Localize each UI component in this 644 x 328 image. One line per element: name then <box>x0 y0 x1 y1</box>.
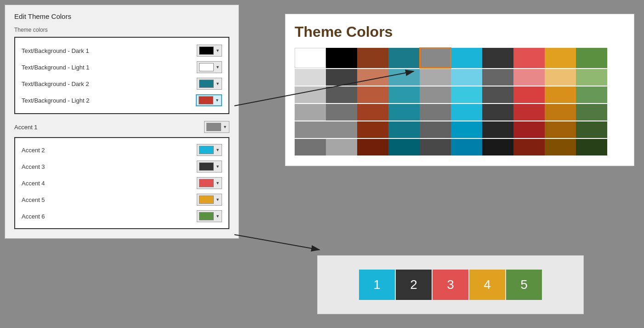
accent-dropdown-arrow-3: ▼ <box>216 197 220 202</box>
shade-cell-4-7[interactable] <box>513 139 545 155</box>
accent-picker-btn-4[interactable]: ▼ <box>197 210 222 222</box>
shade-cell-4-1[interactable] <box>326 139 357 155</box>
shade-cell-3-5[interactable] <box>451 121 482 138</box>
shade-cell-0-8[interactable] <box>545 69 576 86</box>
shade-cell-4-3[interactable] <box>388 139 420 155</box>
top-color-cell-7[interactable] <box>513 48 545 68</box>
accent1-swatch <box>206 123 221 131</box>
top-color-cell-2[interactable] <box>357 48 388 68</box>
shade-cell-1-5[interactable] <box>451 86 482 103</box>
theme-row-2: Text/Background - Dark 2▼ <box>22 75 222 92</box>
shade-cell-4-8[interactable] <box>545 139 576 155</box>
shade-cell-1-3[interactable] <box>388 86 420 103</box>
color-picker-btn-2[interactable]: ▼ <box>197 78 222 90</box>
shade-cell-4-9[interactable] <box>576 139 607 155</box>
shade-cell-3-3[interactable] <box>388 121 420 138</box>
top-color-cell-8[interactable] <box>545 48 576 68</box>
accent-picker-btn-0[interactable]: ▼ <box>197 144 222 156</box>
shade-cell-3-2[interactable] <box>357 121 388 138</box>
accent-label-4: Accent 6 <box>22 213 114 220</box>
shade-cell-2-8[interactable] <box>545 104 576 121</box>
accent-label-2: Accent 4 <box>22 180 114 187</box>
accent-swatch-0 <box>199 146 214 154</box>
top-color-cell-0[interactable] <box>295 48 326 68</box>
shade-cell-2-9[interactable] <box>576 104 607 121</box>
edit-theme-colors-panel: Edit Theme Colors Theme colors Text/Back… <box>5 5 239 239</box>
accent-dropdown-arrow-1: ▼ <box>216 164 220 169</box>
top-color-cell-3[interactable] <box>388 48 420 68</box>
accent-preview-item-1: 2 <box>396 270 432 300</box>
shade-cell-1-8[interactable] <box>545 86 576 103</box>
shade-cell-2-0[interactable] <box>295 104 326 121</box>
accent1-picker-btn[interactable]: ▼ <box>204 121 229 133</box>
dropdown-arrow-1: ▼ <box>216 65 220 69</box>
shade-cell-0-5[interactable] <box>451 69 482 86</box>
accent-box: Accent 2▼Accent 3▼Accent 4▼Accent 5▼Acce… <box>14 137 229 229</box>
shade-cell-2-6[interactable] <box>482 104 513 121</box>
shade-cell-0-1[interactable] <box>326 69 357 86</box>
accent-picker-btn-2[interactable]: ▼ <box>197 177 222 189</box>
top-color-cell-4[interactable] <box>420 48 451 68</box>
shade-cell-0-9[interactable] <box>576 69 607 86</box>
shade-cell-2-7[interactable] <box>513 104 545 121</box>
color-picker-btn-3[interactable]: ▼ <box>196 94 222 106</box>
accent1-label: Accent 1 <box>14 124 106 131</box>
color-swatch-1 <box>199 63 214 71</box>
shade-cell-1-7[interactable] <box>513 86 545 103</box>
accent-picker-btn-1[interactable]: ▼ <box>197 161 222 173</box>
shade-cell-4-4[interactable] <box>420 139 451 155</box>
shade-cell-0-3[interactable] <box>388 69 420 86</box>
shade-cell-0-0[interactable] <box>295 69 326 86</box>
shade-cell-1-9[interactable] <box>576 86 607 103</box>
shade-cell-2-5[interactable] <box>451 104 482 121</box>
shade-cell-1-1[interactable] <box>326 86 357 103</box>
accent1-row: Accent 1▼ <box>14 119 229 135</box>
accent-swatch-4 <box>199 212 214 220</box>
accent-swatch-2 <box>199 179 214 187</box>
shade-cell-3-9[interactable] <box>576 121 607 138</box>
shade-cell-3-8[interactable] <box>545 121 576 138</box>
accent-row-2: Accent 4▼ <box>22 175 222 191</box>
shade-cell-1-0[interactable] <box>295 86 326 103</box>
color-swatch-0 <box>199 46 214 55</box>
top-color-cell-9[interactable] <box>576 48 607 68</box>
top-color-cell-6[interactable] <box>482 48 513 68</box>
top-color-cell-5[interactable] <box>451 48 482 68</box>
accent-preview-item-0: 1 <box>359 270 395 300</box>
shade-cell-4-5[interactable] <box>451 139 482 155</box>
theme-label-3: Text/Background - Light 2 <box>22 97 114 104</box>
accent-swatch-3 <box>199 196 214 204</box>
shade-cell-0-2[interactable] <box>357 69 388 86</box>
color-picker-btn-0[interactable]: ▼ <box>197 45 222 57</box>
shade-cell-0-4[interactable] <box>420 69 451 86</box>
shade-row-2 <box>295 104 625 121</box>
shade-cell-2-1[interactable] <box>326 104 357 121</box>
shade-cell-2-2[interactable] <box>357 104 388 121</box>
shade-cell-1-6[interactable] <box>482 86 513 103</box>
shade-cell-3-0[interactable] <box>295 121 326 138</box>
color-grid-top-row <box>295 48 625 68</box>
shade-cell-3-7[interactable] <box>513 121 545 138</box>
theme-colors-box: Text/Background - Dark 1▼Text/Background… <box>14 37 229 114</box>
shade-cell-0-7[interactable] <box>513 69 545 86</box>
dropdown-arrow-2: ▼ <box>216 81 220 86</box>
accent-row-4: Accent 6▼ <box>22 208 222 224</box>
shade-cell-0-6[interactable] <box>482 69 513 86</box>
top-color-cell-1[interactable] <box>326 48 357 68</box>
accent-picker-btn-3[interactable]: ▼ <box>197 194 222 206</box>
shade-cell-3-6[interactable] <box>482 121 513 138</box>
shade-cell-4-2[interactable] <box>357 139 388 155</box>
shade-cell-1-2[interactable] <box>357 86 388 103</box>
shade-cell-3-1[interactable] <box>326 121 357 138</box>
color-picker-btn-1[interactable]: ▼ <box>197 61 222 73</box>
shade-cell-2-4[interactable] <box>420 104 451 121</box>
shade-cell-4-0[interactable] <box>295 139 326 155</box>
shade-cell-2-3[interactable] <box>388 104 420 121</box>
dropdown-arrow-3: ▼ <box>215 98 219 103</box>
accent-boxes: 12345 <box>359 270 542 300</box>
shade-cell-3-4[interactable] <box>420 121 451 138</box>
accent-preview-panel: 12345 <box>317 255 584 314</box>
accent-swatch-1 <box>199 162 214 171</box>
shade-cell-4-6[interactable] <box>482 139 513 155</box>
shade-cell-1-4[interactable] <box>420 86 451 103</box>
